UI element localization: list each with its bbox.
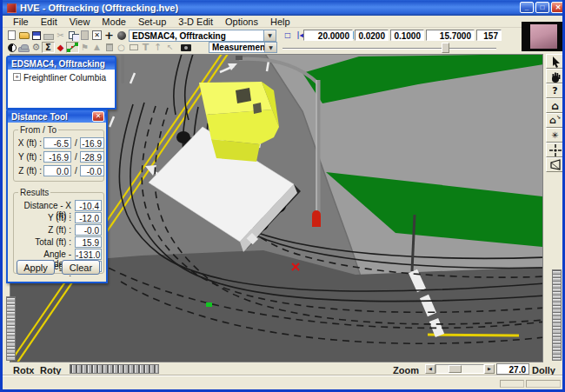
timeline-slider-thumb[interactable]	[442, 43, 449, 53]
flag-icon: ⚑	[78, 42, 91, 53]
camera-icon[interactable]	[179, 42, 192, 53]
zoom-value-field[interactable]: 27.0	[496, 363, 529, 375]
fire-hydrant	[312, 210, 321, 227]
stop-button[interactable]: □	[282, 30, 293, 40]
distance-tool-close-button[interactable]: ✕	[92, 111, 104, 122]
toolbar: ✂ ✕ + EDSMAC4, Offtracking ▼ □ |◀ ◀ ▮▮ ▶…	[3, 29, 562, 54]
viewer-pick-arrow-button[interactable]	[546, 54, 564, 69]
open-file-icon[interactable]	[17, 30, 30, 41]
home-icon: ⌂	[551, 101, 559, 111]
cone-icon: ▲	[90, 42, 103, 53]
result-z-value: -0.0	[75, 224, 102, 236]
title-bar[interactable]: HVE - Offtracking (Offtracking.hve) _ □ …	[3, 0, 565, 16]
paste-icon	[78, 30, 91, 41]
minimize-button[interactable]: _	[520, 2, 534, 13]
hand-icon	[549, 70, 562, 83]
menu-mode[interactable]: Mode	[96, 17, 132, 27]
viewer-home-button[interactable]: ⌂	[546, 98, 564, 113]
menu-view[interactable]: View	[63, 17, 96, 27]
zoom-increase-arrow[interactable]: ▶	[484, 364, 495, 374]
separator: /	[75, 152, 77, 162]
diamond-icon[interactable]: ◆	[54, 42, 67, 53]
x-from-field[interactable]: -6.5	[43, 137, 71, 149]
timeline-slider-track[interactable]	[282, 48, 496, 50]
viewer-set-home-button[interactable]: ⌂↘	[546, 113, 564, 128]
y-from-field[interactable]: -16.9	[43, 151, 71, 163]
view-all-icon: ✳	[551, 131, 558, 140]
event-combobox-value: EDSMAC4, Offtracking	[130, 31, 263, 41]
event-panel-titlebar[interactable]: EDSMAC4, Offtracking	[8, 57, 115, 70]
dolly-thumbwheel[interactable]	[552, 269, 562, 361]
time-field-4[interactable]: 15.7000	[426, 30, 475, 41]
copy-icon[interactable]	[66, 30, 79, 41]
menu-help[interactable]: Help	[264, 17, 296, 27]
vehicle-icon[interactable]	[17, 42, 30, 53]
z-to-field[interactable]: -0.0	[80, 165, 104, 176]
measure-icon[interactable]	[66, 42, 79, 53]
menu-options[interactable]: Options	[219, 17, 264, 27]
time-field-3[interactable]: 0.1000	[390, 30, 424, 41]
distance-tool-titlebar[interactable]: Distance Tool ✕	[8, 110, 106, 123]
x-label: X (ft) :	[16, 138, 42, 148]
mode-combobox[interactable]: Measurement ▼	[209, 42, 277, 53]
tree-item-vehicle[interactable]: Freightliner Columbia	[23, 73, 106, 83]
from-to-legend: From / To	[18, 125, 58, 135]
ink-marker-icon[interactable]	[5, 42, 18, 53]
arrow-icon: ↘	[556, 115, 561, 120]
separator: /	[75, 138, 77, 148]
event-panel: EDSMAC4, Offtracking + Freightliner Colu…	[6, 56, 116, 110]
add-icon[interactable]: +	[103, 30, 116, 41]
clear-button[interactable]: Clear	[62, 260, 100, 275]
save-icon[interactable]	[30, 30, 43, 41]
set-home-icon: ⌂	[549, 116, 556, 125]
camera-projection-icon	[549, 159, 562, 171]
chevron-down-icon[interactable]: ▼	[264, 43, 276, 52]
menu-edit[interactable]: Edit	[35, 17, 63, 27]
pointer-icon: ↖	[163, 42, 176, 53]
chevron-down-icon[interactable]: ▼	[263, 30, 276, 41]
viewer-help-button[interactable]: ?	[546, 83, 564, 98]
event-combobox[interactable]: EDSMAC4, Offtracking ▼	[129, 30, 276, 42]
environment-preview-image	[530, 24, 557, 49]
distance-tool-title: Distance Tool	[11, 112, 68, 122]
roty-label: Roty	[40, 365, 61, 375]
zoom-slider-track[interactable]	[435, 364, 484, 374]
viewer-view-all-button[interactable]: ✳	[546, 128, 564, 143]
viewer-seek-button[interactable]	[546, 143, 564, 157]
result-y-value: -12.0	[75, 212, 102, 223]
viewer-pan-hand-button[interactable]	[546, 69, 564, 83]
question-icon: ?	[552, 86, 557, 96]
sphere-icon[interactable]	[115, 30, 128, 41]
menu-3d-edit[interactable]: 3-D Edit	[172, 17, 219, 27]
time-field-1[interactable]: 20.0000	[303, 30, 353, 41]
roty-thumbwheel[interactable]	[70, 364, 159, 374]
time-field-2[interactable]: 0.0200	[355, 30, 389, 41]
menu-file[interactable]: File	[7, 17, 35, 27]
z-from-field[interactable]: 0.0	[43, 165, 71, 176]
pick-arrow-icon	[549, 56, 562, 68]
result-distance-x-value: -10.4	[75, 200, 102, 211]
viewer-camera-projection-button[interactable]	[546, 157, 564, 172]
zoom-slider-thumb[interactable]	[449, 365, 462, 373]
y-to-field[interactable]: -28.9	[80, 151, 104, 163]
gears-icon[interactable]: ⚙	[30, 42, 43, 53]
mode-combobox-value: Measurement	[209, 43, 264, 52]
rotx-label: Rotx	[13, 365, 34, 375]
sigma-icon[interactable]: Σ	[42, 42, 55, 53]
window-title: HVE - Offtracking (Offtracking.hve)	[20, 3, 178, 13]
result-total-value: 15.9	[75, 236, 102, 248]
event-tree: + Freightliner Columbia	[8, 70, 115, 108]
tree-expand-icon[interactable]: +	[13, 73, 21, 81]
new-file-icon[interactable]	[5, 30, 18, 41]
dolly-label: Dolly	[532, 365, 555, 375]
x-to-field[interactable]: -16.9	[80, 137, 104, 149]
frame-field[interactable]: 157	[476, 30, 502, 41]
delete-icon[interactable]: ✕	[90, 30, 103, 41]
measure-point-from	[206, 302, 212, 307]
maximize-button[interactable]: □	[535, 2, 549, 13]
apply-button[interactable]: Apply	[17, 260, 55, 275]
zoom-decrease-arrow[interactable]: ◀	[425, 364, 435, 374]
rotx-thumbwheel[interactable]	[6, 296, 16, 361]
menu-setup[interactable]: Set-up	[132, 17, 172, 27]
close-button[interactable]: ✕	[551, 2, 565, 13]
